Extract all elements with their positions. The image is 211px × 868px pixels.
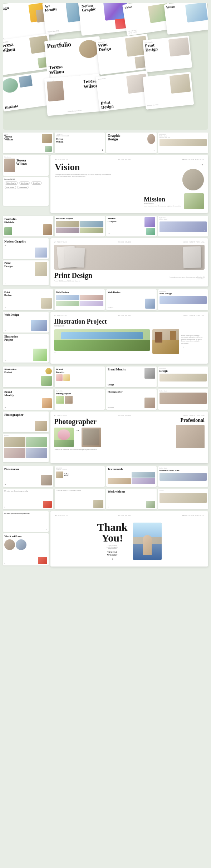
mini-photographer-3: McGee Studio → <box>158 389 208 410</box>
mini-motion-graphic-2: MotionGraphic → <box>106 216 157 236</box>
mini-slide-my-portfolio: My Portfolio McGee Studio Based In New Y… <box>158 133 208 153</box>
mini-web-design-1: Web Design <box>55 289 105 310</box>
mini-brand-identity-2: Brand Identity Design → <box>106 366 157 387</box>
mini-summary-slide: Summary My Skill Notion Graphic Web Desi… <box>3 177 49 206</box>
hero-section: Design → ArtIdentity Visual Branding Not… <box>3 3 208 130</box>
mini-notion-graphic-label: Notion Graphic → <box>3 238 49 259</box>
mini-motion-graphic-1: Motion Graphic <box>55 216 105 236</box>
mini-brand-identity-1: BrandIdentity → <box>55 366 105 387</box>
section-2: Portfolio Highlight Motion Graphic Motio… <box>3 216 208 286</box>
main-container: Design → ArtIdentity Visual Branding Not… <box>0 0 211 572</box>
mini-illustration-row4: IllustrationProject → <box>3 366 53 387</box>
mini-portfolio-slide: Portfolio Highlight <box>3 216 53 236</box>
mini-creative-design-row5: CREATIVEGRAPHIC DESIGN CoffeeBreak <box>55 466 105 487</box>
mini-motion-graphic-3: My Portfolio McGee Studio → <box>158 216 208 236</box>
mini-photographer-row5: Photographer → <box>3 466 53 487</box>
mini-web-design-2: Web Design Interface <box>106 289 157 310</box>
mini-work-with-me-2: Work with me ↓ <box>3 533 49 565</box>
mini-illustration-sm: IllustrationProject → <box>3 334 49 363</box>
mini-work-with-me: Work with me ↓ <box>106 489 157 509</box>
illustration-large-slide: My Portfolio McGee Studio Based In New Y… <box>50 312 208 364</box>
mini-make-dream-1: We make your dream design a reality ↓ <box>3 489 53 509</box>
section-4: IllustrationProject → BrandIdentity → Br… <box>3 366 208 463</box>
mini-testimonials: Testimonials <box>106 466 157 487</box>
mini-dream-design: We make your dream design a reality ↓ <box>3 511 49 532</box>
mini-slide-teresa-1: Design TeresaWilson <box>3 133 53 153</box>
mini-photographer-label: Photographer → <box>3 411 49 432</box>
section-5: Photographer → CREATIVEGRAPHIC DESIGN Co… <box>3 466 208 567</box>
mini-slide-creative: CREATIVEGRAPHIC DESIGN TeresaWilson ↓ <box>55 133 105 153</box>
mini-photographer-large-preview: My Portfolio Photographer <box>55 389 105 410</box>
mini-final-row: Contact → <box>158 489 208 509</box>
mini-thankyou-row5: McGee Studio Based in New York <box>158 466 208 487</box>
mini-web-design-3: My Portfolio Web Design <box>158 289 208 310</box>
mini-print-design-sm: PrintDesign → <box>3 260 49 285</box>
mini-slide-graphic-design: GraphicDesign ↓ <box>106 133 157 153</box>
mini-intro-slide: Introduction TeresaWilson → <box>3 155 49 176</box>
section-3: PrintDesign → Web Design Web Design Inte… <box>3 289 208 364</box>
mini-photographer-2: Photographer Profesional <box>106 389 157 410</box>
mini-web-design-label: Web Design → <box>3 312 49 333</box>
thankyou-large-slide: My Portfolio McGee Studio Based In New Y… <box>50 511 208 567</box>
photographer-large-slide: My Portfolio McGee Studio Based In New Y… <box>50 411 208 463</box>
mini-come-on-bring: COME ON, BRING IT TO GRAPHIC DESIGN <box>55 489 105 509</box>
mini-print-design-row3: PrintDesign → <box>3 289 53 310</box>
mini-photographer-portfolio: Portfolio <box>3 434 49 462</box>
vision-mission-slide: My Portfolio McGee Studio Based In New Y… <box>50 155 208 213</box>
section-1: Design TeresaWilson CREATIVEGRAPHIC DESI… <box>3 133 208 213</box>
print-design-large-slide: My Portfolio McGee Studio Based In New Y… <box>50 238 208 286</box>
mini-design-row4: My Portfolio Design <box>158 366 208 387</box>
mini-brand-identity-row2: BrandIdentity → <box>3 389 53 410</box>
